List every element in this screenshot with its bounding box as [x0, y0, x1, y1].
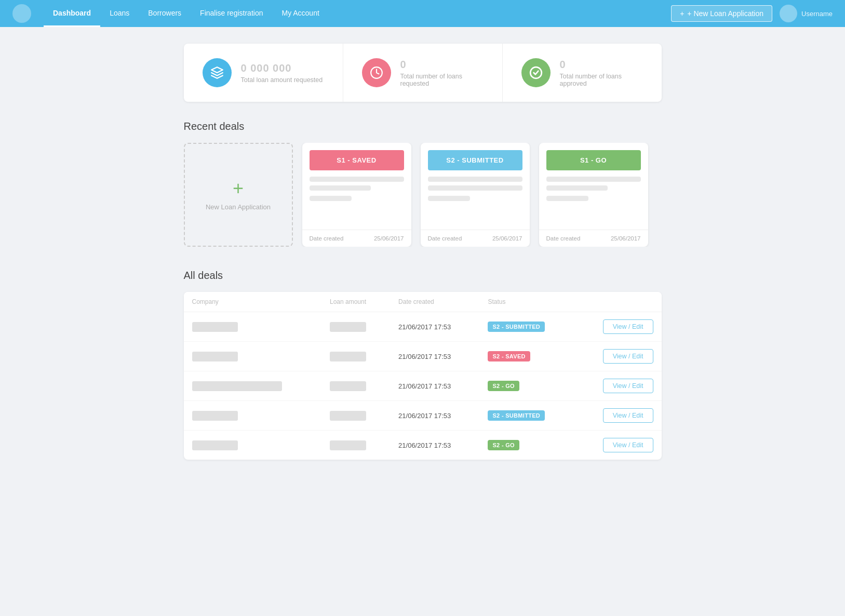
recent-deal-card-3[interactable]: S1 - GO Date created 25/06/2017 [539, 143, 648, 247]
plus-icon: + [680, 9, 684, 18]
new-loan-application-button[interactable]: + + New Loan Application [671, 5, 772, 22]
cell-amount: 0 000 000 [321, 401, 390, 431]
stat-loans-requested-label: Total number of loans requested [400, 73, 484, 87]
nav-dashboard[interactable]: Dashboard [44, 0, 100, 27]
deal-status-saved: S1 - SAVED [310, 150, 404, 170]
date-label-1: Date created [310, 235, 344, 242]
cell-status: S2 - SAVED [479, 342, 574, 371]
cell-action: View / Edit [575, 431, 662, 460]
cell-amount: 0 000 000 [321, 431, 390, 460]
all-deals-title: All deals [184, 270, 662, 282]
plus-icon: + [233, 179, 244, 198]
col-action [575, 292, 662, 312]
table-row: blurred name0 000 00021/06/2017 17:53S2 … [184, 312, 662, 342]
recent-deals-grid: + New Loan Application S1 - SAVED Date c… [184, 143, 662, 247]
nav-my-account[interactable]: My Account [272, 0, 328, 27]
clock-icon [362, 58, 391, 87]
status-badge: S2 - GO [488, 381, 519, 391]
stat-total-amount-label: Total loan amount requested [241, 76, 323, 84]
status-badge: S2 - SUBMITTED [488, 322, 545, 332]
deal-blur-line-9 [546, 196, 589, 201]
new-loan-button-label: + New Loan Application [687, 9, 763, 18]
cell-status: S2 - GO [479, 431, 574, 460]
col-loan-amount: Loan amount [321, 292, 390, 312]
view-edit-button[interactable]: View / Edit [603, 349, 653, 364]
new-loan-card-label: New Loan Application [206, 203, 271, 211]
date-value-3: 25/06/2017 [611, 235, 641, 242]
layers-icon [203, 58, 232, 87]
deal-blur-line-6 [428, 196, 471, 201]
stat-total-amount-value: 0 000 000 [241, 62, 323, 74]
deal-blur-line-1 [310, 177, 404, 182]
stat-loans-requested-value: 0 [400, 59, 484, 71]
status-badge: S2 - SUBMITTED [488, 410, 545, 421]
cell-company: blurred name [184, 431, 322, 460]
cell-status: S2 - SUBMITTED [479, 312, 574, 342]
deal-blur-line-3 [310, 196, 352, 201]
view-edit-button[interactable]: View / Edit [603, 379, 653, 393]
cell-action: View / Edit [575, 342, 662, 371]
cell-action: View / Edit [575, 401, 662, 431]
cell-company: blurred name [184, 342, 322, 371]
cell-action: View / Edit [575, 371, 662, 401]
cell-date: 21/06/2017 17:53 [390, 401, 479, 431]
cell-amount: 0 000 000 [321, 371, 390, 401]
deal-status-submitted: S2 - SUBMITTED [428, 150, 522, 170]
recent-deals-title: Recent deals [184, 120, 662, 132]
date-label-3: Date created [546, 235, 581, 242]
cell-status: S2 - SUBMITTED [479, 401, 574, 431]
deal-blur-line-7 [546, 177, 641, 182]
main-content: 0 000 000 Total loan amount requested 0 … [173, 27, 672, 480]
cell-company: blurred company name long [184, 371, 322, 401]
all-deals-table: Company Loan amount Date created Status … [184, 292, 662, 460]
deal-blur-line-2 [310, 185, 371, 191]
stat-loans-approved: 0 Total number of loans approved [502, 44, 662, 102]
navbar: Dashboard Loans Borrowers Finalise regis… [0, 0, 845, 27]
nav-logo [12, 4, 31, 23]
date-value-1: 25/06/2017 [374, 235, 404, 242]
stat-loans-approved-label: Total number of loans approved [560, 73, 643, 87]
deal-status-go: S1 - GO [546, 150, 641, 170]
cell-amount: 0 000 000 [321, 312, 390, 342]
all-deals-section: All deals Company Loan amount Date creat… [184, 270, 662, 460]
avatar [780, 5, 797, 22]
status-badge: S2 - SAVED [488, 351, 530, 361]
stat-loans-requested: 0 Total number of loans requested [343, 44, 502, 102]
nav-finalise[interactable]: Finalise registration [191, 0, 272, 27]
table-row: blurred name0 000 00021/06/2017 17:53S2 … [184, 342, 662, 371]
check-icon [521, 58, 551, 87]
cell-date: 21/06/2017 17:53 [390, 312, 479, 342]
col-company: Company [184, 292, 322, 312]
stat-loans-approved-value: 0 [560, 59, 643, 71]
nav-username: Username [801, 10, 833, 18]
stat-total-amount: 0 000 000 Total loan amount requested [184, 44, 343, 102]
nav-loans[interactable]: Loans [100, 0, 139, 27]
cell-date: 21/06/2017 17:53 [390, 342, 479, 371]
recent-deals-section: Recent deals + New Loan Application S1 -… [184, 120, 662, 247]
recent-deal-card-1[interactable]: S1 - SAVED Date created 25/06/2017 [302, 143, 411, 247]
svg-marker-0 [211, 67, 223, 73]
nav-borrowers[interactable]: Borrowers [139, 0, 191, 27]
col-date-created: Date created [390, 292, 479, 312]
deal-blur-line-5 [428, 185, 522, 191]
cell-company: blurred name [184, 401, 322, 431]
table-header-row: Company Loan amount Date created Status [184, 292, 662, 312]
date-value-2: 25/06/2017 [492, 235, 522, 242]
table-row: blurred name0 000 00021/06/2017 17:53S2 … [184, 401, 662, 431]
table-row: blurred company name long0 000 00021/06/… [184, 371, 662, 401]
col-status: Status [479, 292, 574, 312]
cell-status: S2 - GO [479, 371, 574, 401]
view-edit-button[interactable]: View / Edit [603, 408, 653, 423]
cell-amount: 0 000 000 [321, 342, 390, 371]
new-loan-card[interactable]: + New Loan Application [184, 143, 293, 247]
view-edit-button[interactable]: View / Edit [603, 438, 653, 452]
view-edit-button[interactable]: View / Edit [603, 319, 653, 334]
cell-date: 21/06/2017 17:53 [390, 371, 479, 401]
status-badge: S2 - GO [488, 440, 519, 450]
recent-deal-card-2[interactable]: S2 - SUBMITTED Date created 25/06/2017 [421, 143, 530, 247]
stats-card: 0 000 000 Total loan amount requested 0 … [184, 44, 662, 102]
date-label-2: Date created [428, 235, 462, 242]
cell-action: View / Edit [575, 312, 662, 342]
table-row: blurred name0 000 00021/06/2017 17:53S2 … [184, 431, 662, 460]
deal-blur-line-4 [428, 177, 522, 182]
